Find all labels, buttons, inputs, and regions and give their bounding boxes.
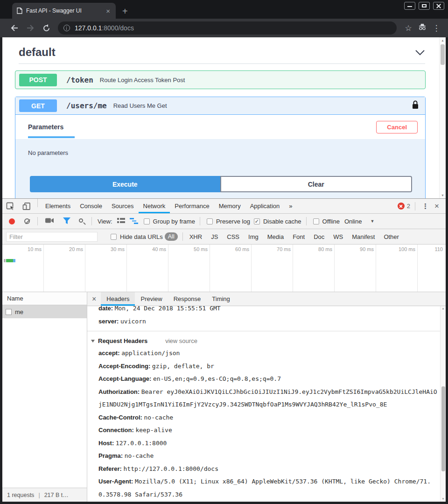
request-row-me[interactable]: me xyxy=(2,305,87,318)
endpoint-post-token[interactable]: POST /token Route Login Access Token Pos… xyxy=(15,70,426,89)
view-source-link[interactable]: view source xyxy=(165,337,197,344)
filter-type-font[interactable]: Font xyxy=(293,233,305,240)
bookmark-star-icon[interactable]: ☆ xyxy=(401,23,415,33)
maximize-button[interactable] xyxy=(419,2,430,10)
detail-scrollbar[interactable]: ▲ ▼ xyxy=(440,306,446,502)
network-filter-bar: Hide data URLs All XHR JS CSS Img Media … xyxy=(2,229,446,245)
tab-strip: Fast API - Swagger UI × + xyxy=(0,0,448,19)
url-field[interactable]: 127.0.0.1:8000/docs xyxy=(58,21,397,35)
browser-tab[interactable]: Fast API - Swagger UI × xyxy=(12,3,116,19)
filter-type-other[interactable]: Other xyxy=(384,233,399,240)
view-waterfall-icon[interactable] xyxy=(130,217,138,225)
endpoint-header[interactable]: GET /users/me Read Users Me Get xyxy=(15,97,425,115)
tab-response[interactable]: Response xyxy=(168,292,207,306)
window-close-button[interactable] xyxy=(433,2,444,10)
filter-type-media[interactable]: Media xyxy=(267,233,284,240)
network-overview-timeline[interactable]: 10 ms 20 ms 30 ms 40 ms 50 ms 60 ms 70 m… xyxy=(2,245,446,292)
throttling-dropdown[interactable]: Online ▼ xyxy=(344,218,375,225)
filter-type-doc[interactable]: Doc xyxy=(314,233,324,240)
detail-tab-bar: × Headers Preview Response Timing xyxy=(87,292,446,306)
error-count[interactable]: 2 xyxy=(407,203,410,210)
group-by-frame-label[interactable]: Group by frame xyxy=(153,218,195,225)
tab-close-icon[interactable]: × xyxy=(104,7,112,15)
hide-data-urls-checkbox[interactable] xyxy=(111,234,117,240)
endpoint-path: /token xyxy=(66,76,93,84)
section-collapse-chevron-icon[interactable] xyxy=(415,49,425,56)
tab-console[interactable]: Console xyxy=(75,199,107,213)
devtools-tab-bar: Elements Console Sources Network Perform… xyxy=(2,199,446,214)
forward-button[interactable] xyxy=(22,24,38,32)
device-toolbar-icon[interactable] xyxy=(19,199,35,213)
tab-network[interactable]: Network xyxy=(139,199,170,213)
timeline-tick: 50 ms xyxy=(168,245,210,292)
execute-button[interactable]: Execute xyxy=(30,176,220,192)
more-tabs-icon[interactable]: » xyxy=(284,199,297,213)
cancel-button[interactable]: Cancel xyxy=(376,121,418,133)
tab-application[interactable]: Application xyxy=(245,199,285,213)
filter-type-all[interactable]: All xyxy=(165,232,178,241)
record-button[interactable] xyxy=(9,218,15,224)
timeline-tick: 40 ms xyxy=(127,245,168,292)
scroll-down-icon[interactable]: ▼ xyxy=(440,192,446,198)
filter-type-js[interactable]: JS xyxy=(211,233,218,240)
tab-timing[interactable]: Timing xyxy=(206,292,236,306)
request-header-row: Accept-Encoding: gzip, deflate, br xyxy=(87,360,440,373)
request-headers-section-header[interactable]: Request Headers view source xyxy=(87,335,440,347)
filter-input[interactable] xyxy=(6,232,98,242)
search-icon[interactable] xyxy=(79,218,83,223)
filter-type-img[interactable]: Img xyxy=(248,233,259,240)
scroll-up-icon[interactable]: ▲ xyxy=(440,37,446,43)
minimize-button[interactable] xyxy=(404,2,415,10)
headers-content: date: Mon, 24 Dec 2018 15:55:51 GMT serv… xyxy=(87,306,440,502)
scroll-up-icon[interactable]: ▲ xyxy=(441,306,446,311)
clear-requests-icon[interactable] xyxy=(24,218,30,224)
view-list-icon[interactable] xyxy=(117,217,125,225)
disable-cache-label[interactable]: Disable cache xyxy=(263,218,301,225)
name-column-header[interactable]: Name xyxy=(2,292,87,305)
offline-label[interactable]: Offline xyxy=(322,218,340,225)
page-scrollbar[interactable]: ▲ ▼ xyxy=(439,37,446,198)
tab-performance[interactable]: Performance xyxy=(170,199,214,213)
tab-preview[interactable]: Preview xyxy=(135,292,168,306)
reload-button[interactable] xyxy=(38,24,54,32)
preserve-log-label[interactable]: Preserve log xyxy=(216,218,250,225)
devtools-close-icon[interactable]: × xyxy=(433,202,443,211)
request-detail-pane: × Headers Preview Response Timing date: … xyxy=(87,292,446,502)
method-badge-post: POST xyxy=(19,74,57,86)
devtools-menu-icon[interactable]: ⋮ xyxy=(418,202,433,210)
offline-checkbox[interactable] xyxy=(313,218,319,224)
auth-lock-icon[interactable] xyxy=(412,100,419,111)
tab-parameters[interactable]: Parameters xyxy=(28,116,75,138)
error-badge-icon[interactable] xyxy=(398,203,405,210)
filter-type-xhr[interactable]: XHR xyxy=(189,233,202,240)
browser-menu-icon[interactable]: ⋮ xyxy=(429,23,443,33)
hide-data-urls-label[interactable]: Hide data URLs xyxy=(120,233,163,240)
filter-type-ws[interactable]: WS xyxy=(333,233,343,240)
detail-close-icon[interactable]: × xyxy=(87,292,101,306)
tab-memory[interactable]: Memory xyxy=(214,199,245,213)
tab-headers[interactable]: Headers xyxy=(101,292,135,306)
tab-elements[interactable]: Elements xyxy=(41,199,75,213)
filter-type-manifest[interactable]: Manifest xyxy=(352,233,375,240)
filter-toggle-icon[interactable] xyxy=(63,217,70,225)
new-tab-button[interactable]: + xyxy=(122,7,128,16)
inspect-element-icon[interactable] xyxy=(2,199,19,213)
timeline-tick: 60 ms xyxy=(210,245,252,292)
endpoint-description: Route Login Access Token Post xyxy=(100,77,185,84)
capture-screenshots-icon[interactable] xyxy=(45,217,54,225)
scroll-down-icon[interactable]: ▼ xyxy=(441,497,446,502)
endpoint-description: Read Users Me Get xyxy=(113,102,167,109)
detail-scrollbar-thumb[interactable] xyxy=(441,386,445,471)
group-by-frame-checkbox[interactable] xyxy=(144,218,150,224)
filter-type-css[interactable]: CSS xyxy=(227,233,239,240)
timeline-tick: 30 ms xyxy=(85,245,127,292)
disable-cache-checkbox[interactable]: ✓ xyxy=(254,218,260,224)
site-info-icon[interactable] xyxy=(63,25,70,31)
page-scrollbar-thumb[interactable] xyxy=(441,44,445,65)
address-bar: 127.0.0.1:8000/docs ☆ ⋮ xyxy=(0,19,448,37)
tab-sources[interactable]: Sources xyxy=(107,199,139,213)
clear-button[interactable]: Clear xyxy=(220,176,413,192)
back-button[interactable] xyxy=(7,24,22,32)
request-header-row: Connection: keep-alive xyxy=(87,424,440,437)
preserve-log-checkbox[interactable] xyxy=(207,218,213,224)
